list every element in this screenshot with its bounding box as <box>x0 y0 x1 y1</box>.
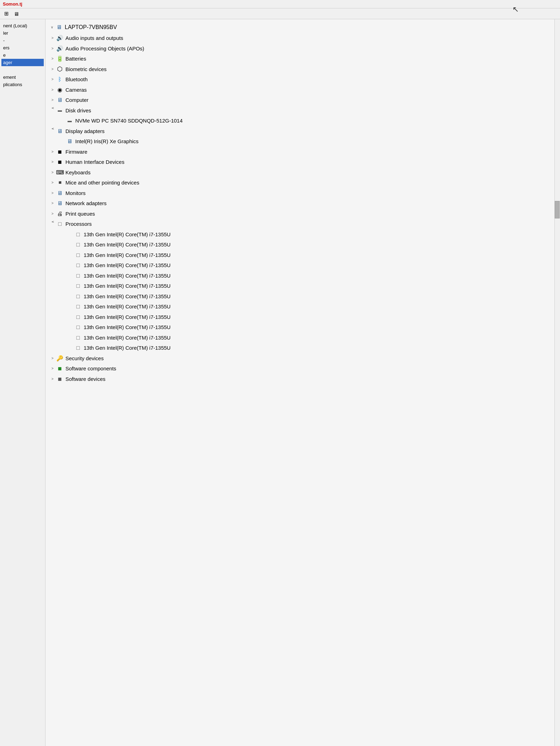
left-item-ler[interactable]: ler <box>1 29 44 37</box>
cpu6-icon: □ <box>74 282 82 290</box>
toolbar-icon-grid[interactable]: ⊞ <box>2 9 10 18</box>
cpu7-icon: □ <box>74 292 82 300</box>
expander-mice[interactable]: > <box>49 179 56 186</box>
scrollbar-thumb[interactable] <box>555 201 560 218</box>
cpu2-icon: □ <box>74 241 82 249</box>
expander-print[interactable]: > <box>49 210 56 217</box>
tree-item-software-dev[interactable]: > ◼ Software devices <box>46 374 560 384</box>
mice-icon: ◾ <box>56 179 64 187</box>
audio-io-icon: 🔊 <box>56 34 64 42</box>
tree-item-security[interactable]: > 🔑 Security devices <box>46 353 560 364</box>
security-label: Security devices <box>65 354 104 363</box>
root-icon: 🖥 <box>55 23 63 31</box>
tree-item-cpu1[interactable]: □ 13th Gen Intel(R) Core(TM) i7-1355U <box>46 229 560 240</box>
expander-bluetooth[interactable]: > <box>49 76 56 83</box>
batteries-label: Batteries <box>65 54 86 63</box>
expander-processors[interactable]: ∨ <box>49 221 56 228</box>
tree-item-processors[interactable]: ∨ □ Processors <box>46 219 560 229</box>
tree-item-cpu9[interactable]: □ 13th Gen Intel(R) Core(TM) i7-1355U <box>46 312 560 322</box>
expander-keyboards[interactable]: > <box>49 169 56 176</box>
expand-root[interactable]: ∨ <box>48 24 55 31</box>
intel-graphics-label: Intel(R) Iris(R) Xe Graphics <box>75 137 139 146</box>
left-item-ers[interactable]: ers <box>1 44 44 51</box>
expander-display-adapters[interactable]: ∨ <box>49 127 56 134</box>
tree-item-audio-io[interactable]: > 🔊 Audio inputs and outputs <box>46 33 560 43</box>
expander-firmware[interactable]: > <box>49 148 56 155</box>
tree-item-audio-apo[interactable]: > 🔊 Audio Processing Objects (APOs) <box>46 43 560 54</box>
cpu11-icon: □ <box>74 334 82 341</box>
tree-item-keyboards[interactable]: > ⌨ Keyboards <box>46 167 560 178</box>
expander-audio-apo[interactable]: > <box>49 45 56 52</box>
audio-apo-icon: 🔊 <box>56 44 64 52</box>
cpu1-icon: □ <box>74 230 82 238</box>
left-item-dash[interactable]: - <box>1 37 44 44</box>
left-item-e[interactable]: e <box>1 51 44 59</box>
tree-item-hid[interactable]: > ◼ Human Interface Devices <box>46 157 560 167</box>
expander-hid[interactable]: > <box>49 159 56 166</box>
tree-item-nvme[interactable]: ▬ NVMe WD PC SN740 SDDQNQD-512G-1014 <box>46 116 560 126</box>
monitors-icon: 🖥 <box>56 189 64 197</box>
left-item-plications[interactable]: plications <box>1 81 44 88</box>
disk-drives-label: Disk drives <box>65 106 91 115</box>
cpu7-label: 13th Gen Intel(R) Core(TM) i7-1355U <box>84 292 170 301</box>
cpu9-label: 13th Gen Intel(R) Core(TM) i7-1355U <box>84 313 170 322</box>
left-item-empty <box>1 66 44 74</box>
expander-disk-drives[interactable]: ∨ <box>49 107 56 114</box>
tree-item-cpu6[interactable]: □ 13th Gen Intel(R) Core(TM) i7-1355U <box>46 281 560 291</box>
expander-network[interactable]: > <box>49 200 56 207</box>
firmware-label: Firmware <box>65 147 88 156</box>
display-adapters-label: Display adapters <box>65 127 105 136</box>
tree-item-software-comp[interactable]: > ◼ Software components <box>46 363 560 374</box>
tree-item-cpu2[interactable]: □ 13th Gen Intel(R) Core(TM) i7-1355U <box>46 239 560 250</box>
monitors-label: Monitors <box>65 189 86 198</box>
expander-biometric[interactable]: > <box>49 65 56 72</box>
left-item-ager[interactable]: ager <box>1 59 44 66</box>
tree-item-biometric[interactable]: > ⬡ Biometric devices <box>46 64 560 75</box>
cpu6-label: 13th Gen Intel(R) Core(TM) i7-1355U <box>84 281 170 291</box>
tree-item-print[interactable]: > 🖨 Print queues <box>46 209 560 219</box>
tree-item-batteries[interactable]: > 🔋 Batteries <box>46 54 560 64</box>
disk-icon: ▬ <box>56 106 64 114</box>
tree-item-cameras[interactable]: > ◉ Cameras <box>46 85 560 95</box>
nvme-icon: ▬ <box>66 117 74 125</box>
tree-item-bluetooth[interactable]: > ᛒ Bluetooth <box>46 74 560 85</box>
cpu4-icon: □ <box>74 262 82 269</box>
expander-batteries[interactable]: > <box>49 55 56 62</box>
tree-item-cpu7[interactable]: □ 13th Gen Intel(R) Core(TM) i7-1355U <box>46 291 560 302</box>
audio-io-label: Audio inputs and outputs <box>65 34 123 43</box>
tree-item-mice[interactable]: > ◾ Mice and other pointing devices <box>46 177 560 188</box>
cpu4-label: 13th Gen Intel(R) Core(TM) i7-1355U <box>84 261 170 270</box>
tree-item-network[interactable]: > 🖥 Network adapters <box>46 198 560 209</box>
tree-item-cpu12[interactable]: □ 13th Gen Intel(R) Core(TM) i7-1355U <box>46 343 560 353</box>
expander-audio-io[interactable]: > <box>49 35 56 42</box>
network-label: Network adapters <box>65 199 107 208</box>
tree-panel[interactable]: ∨ 🖥 LAPTOP-7VBN95BV > 🔊 Audio inputs and… <box>46 19 560 746</box>
left-item-local[interactable]: nent (Local) <box>1 22 44 29</box>
tree-item-firmware[interactable]: > ◼ Firmware <box>46 147 560 157</box>
tree-item-disk-drives[interactable]: ∨ ▬ Disk drives <box>46 105 560 116</box>
tree-item-computer[interactable]: > 🖥 Computer <box>46 95 560 105</box>
tree-root[interactable]: ∨ 🖥 LAPTOP-7VBN95BV <box>46 21 560 33</box>
bluetooth-icon: ᛒ <box>56 76 64 83</box>
toolbar-icon-monitor[interactable]: 🖥 <box>12 9 20 18</box>
tree-item-display-adapters[interactable]: ∨ 🖥 Display adapters <box>46 126 560 137</box>
tree-item-monitors[interactable]: > 🖥 Monitors <box>46 188 560 198</box>
scrollbar-track[interactable] <box>554 19 560 746</box>
tree-item-cpu5[interactable]: □ 13th Gen Intel(R) Core(TM) i7-1355U <box>46 271 560 281</box>
tree-item-cpu10[interactable]: □ 13th Gen Intel(R) Core(TM) i7-1355U <box>46 322 560 333</box>
software-dev-icon: ◼ <box>56 375 64 383</box>
expander-security[interactable]: > <box>49 355 56 362</box>
cpu1-label: 13th Gen Intel(R) Core(TM) i7-1355U <box>84 230 170 239</box>
tree-item-cpu3[interactable]: □ 13th Gen Intel(R) Core(TM) i7-1355U <box>46 250 560 260</box>
expander-computer[interactable]: > <box>49 97 56 104</box>
expander-monitors[interactable]: > <box>49 189 56 196</box>
tree-item-cpu8[interactable]: □ 13th Gen Intel(R) Core(TM) i7-1355U <box>46 301 560 312</box>
cpu12-label: 13th Gen Intel(R) Core(TM) i7-1355U <box>84 343 170 353</box>
tree-item-cpu4[interactable]: □ 13th Gen Intel(R) Core(TM) i7-1355U <box>46 260 560 271</box>
expander-software-comp[interactable]: > <box>49 365 56 372</box>
tree-item-intel-graphics[interactable]: 🖥 Intel(R) Iris(R) Xe Graphics <box>46 136 560 147</box>
left-item-ement[interactable]: ement <box>1 74 44 81</box>
tree-item-cpu11[interactable]: □ 13th Gen Intel(R) Core(TM) i7-1355U <box>46 333 560 343</box>
expander-software-dev[interactable]: > <box>49 375 56 382</box>
expander-cameras[interactable]: > <box>49 86 56 93</box>
